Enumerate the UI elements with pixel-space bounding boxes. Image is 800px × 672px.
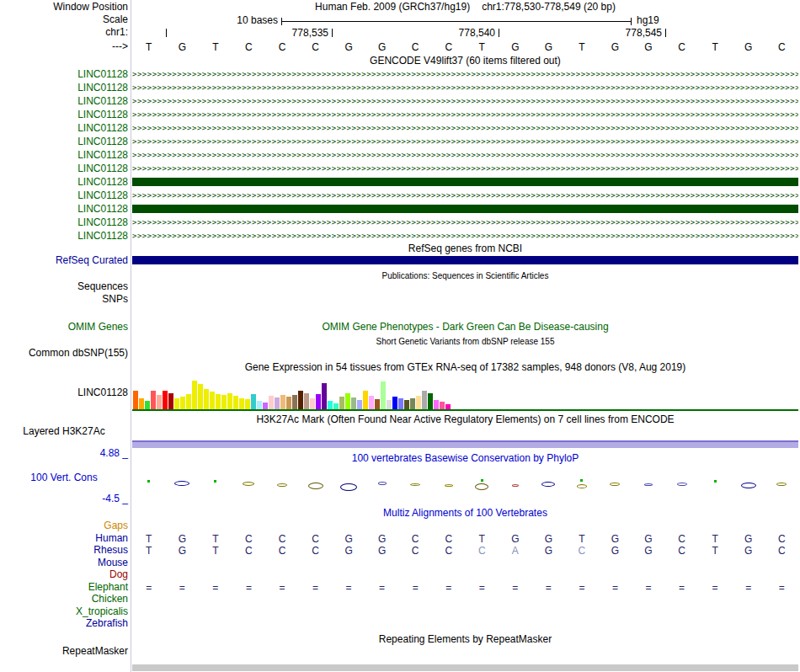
omim-title[interactable]: OMIM Gene Phenotypes - Dark Green Can Be… xyxy=(132,322,798,333)
publications-title[interactable]: Publications: Sequences in Scientific Ar… xyxy=(132,270,798,281)
gtex-bar[interactable] xyxy=(269,396,274,409)
conservation-label[interactable]: 100 Vert. Cons xyxy=(0,472,128,483)
gtex-bar[interactable] xyxy=(310,398,315,409)
gtex-bar[interactable] xyxy=(440,402,445,409)
gtex-bar[interactable] xyxy=(375,399,380,409)
gtex-bar[interactable] xyxy=(363,391,368,409)
species-label-human[interactable]: Human xyxy=(0,533,128,544)
gtex-bar[interactable] xyxy=(416,396,421,409)
gencode-item-label[interactable]: LINC01128 xyxy=(0,190,128,201)
gtex-bar[interactable] xyxy=(145,401,150,409)
repeatmasker-label[interactable]: RepeatMasker xyxy=(0,646,128,657)
gtex-bar[interactable] xyxy=(333,403,339,409)
omim-genes-label[interactable]: OMIM Genes xyxy=(0,322,128,333)
repeatmasker-track[interactable] xyxy=(132,664,798,671)
gtex-bar[interactable] xyxy=(369,396,374,409)
h3k27ac-track[interactable] xyxy=(132,440,798,448)
gtex-bar[interactable] xyxy=(280,395,285,409)
gencode-intron-arrows[interactable]: >>>>>>>>>>>>>>>>>>>>>>>>>>>>>>>>>>>>>>>>… xyxy=(132,229,798,243)
gencode-item-label[interactable]: LINC01128 xyxy=(0,136,128,147)
gencode-exon-bar[interactable] xyxy=(132,205,798,213)
gtex-bar[interactable] xyxy=(163,391,168,409)
gtex-bar[interactable] xyxy=(328,401,333,409)
gtex-bar[interactable] xyxy=(210,392,215,409)
gtex-bar[interactable] xyxy=(257,401,262,409)
gencode-item-label[interactable]: LINC01128 xyxy=(0,109,128,120)
gtex-bar[interactable] xyxy=(392,397,397,409)
gencode-intron-arrows[interactable]: >>>>>>>>>>>>>>>>>>>>>>>>>>>>>>>>>>>>>>>>… xyxy=(132,148,798,162)
refseq-curated-label[interactable]: RefSeq Curated xyxy=(0,255,128,266)
gencode-exon-bar[interactable] xyxy=(132,178,798,186)
species-label-dog[interactable]: Dog xyxy=(0,569,128,580)
species-label-gaps[interactable]: Gaps xyxy=(0,520,128,531)
species-label-chicken[interactable]: Chicken xyxy=(0,594,128,605)
gtex-gene-label[interactable]: LINC01128 xyxy=(0,387,128,398)
gencode-item-label[interactable]: LINC01128 xyxy=(0,177,128,188)
gtex-bar[interactable] xyxy=(263,403,268,409)
species-label-mouse[interactable]: Mouse xyxy=(0,557,128,568)
gencode-item-label[interactable]: LINC01128 xyxy=(0,217,128,228)
gencode-intron-arrows[interactable]: >>>>>>>>>>>>>>>>>>>>>>>>>>>>>>>>>>>>>>>>… xyxy=(132,94,798,108)
gencode-item-label[interactable]: LINC01128 xyxy=(0,96,128,107)
conservation-title[interactable]: 100 vertebrates Basewise Conservation by… xyxy=(132,453,798,464)
multiz-title[interactable]: Multiz Alignments of 100 Vertebrates xyxy=(132,508,798,519)
gencode-item-label[interactable]: LINC01128 xyxy=(0,163,128,174)
h3k27ac-title[interactable]: H3K27Ac Mark (Often Found Near Active Re… xyxy=(132,414,798,425)
gtex-bar[interactable] xyxy=(381,381,386,409)
gencode-item-label[interactable]: LINC01128 xyxy=(0,204,128,215)
gtex-bar[interactable] xyxy=(292,395,297,409)
sequences-label[interactable]: Sequences xyxy=(0,281,128,292)
gtex-bar[interactable] xyxy=(298,391,303,409)
gencode-intron-arrows[interactable]: >>>>>>>>>>>>>>>>>>>>>>>>>>>>>>>>>>>>>>>>… xyxy=(132,216,798,229)
gtex-bar[interactable] xyxy=(239,398,244,409)
gtex-bar[interactable] xyxy=(168,393,173,409)
gtex-bar[interactable] xyxy=(151,391,156,409)
species-label-rhesus[interactable]: Rhesus xyxy=(0,545,128,556)
gtex-bar[interactable] xyxy=(157,395,162,409)
gtex-bar[interactable] xyxy=(216,394,221,409)
gtex-bar[interactable] xyxy=(410,398,415,409)
gtex-bar[interactable] xyxy=(345,393,350,409)
gtex-bar[interactable] xyxy=(198,384,203,409)
gencode-item-label[interactable]: LINC01128 xyxy=(0,83,128,93)
gtex-bar[interactable] xyxy=(139,398,144,409)
gtex-bar[interactable] xyxy=(404,400,409,409)
gtex-bar[interactable] xyxy=(304,393,309,409)
gtex-bar[interactable] xyxy=(133,391,138,409)
gtex-bar[interactable] xyxy=(192,381,197,409)
gtex-bar[interactable] xyxy=(428,393,433,409)
gtex-bar[interactable] xyxy=(275,397,280,409)
gtex-bar[interactable] xyxy=(322,383,327,409)
gtex-title[interactable]: Gene Expression in 54 tissues from GTEx … xyxy=(132,362,798,373)
gencode-item-label[interactable]: LINC01128 xyxy=(0,123,128,134)
gtex-bar[interactable] xyxy=(186,394,191,409)
gencode-intron-arrows[interactable]: >>>>>>>>>>>>>>>>>>>>>>>>>>>>>>>>>>>>>>>>… xyxy=(132,135,798,148)
h3k27ac-label[interactable]: Layered H3K27Ac xyxy=(0,426,128,437)
gtex-bar[interactable] xyxy=(286,397,291,409)
species-label-x_tropicalis[interactable]: X_tropicalis xyxy=(0,606,128,617)
gtex-bar[interactable] xyxy=(351,397,356,409)
snps-label[interactable]: SNPs xyxy=(0,294,128,305)
gtex-bar[interactable] xyxy=(174,398,179,409)
gencode-intron-arrows[interactable]: >>>>>>>>>>>>>>>>>>>>>>>>>>>>>>>>>>>>>>>>… xyxy=(132,81,798,94)
gencode-intron-arrows[interactable]: >>>>>>>>>>>>>>>>>>>>>>>>>>>>>>>>>>>>>>>>… xyxy=(132,108,798,121)
gtex-bar[interactable] xyxy=(204,389,209,409)
gencode-item-label[interactable]: LINC01128 xyxy=(0,231,128,242)
gtex-bar[interactable] xyxy=(221,395,227,409)
gtex-bar[interactable] xyxy=(434,400,439,409)
gencode-item-label[interactable]: LINC01128 xyxy=(0,150,128,161)
refseq-curated-track[interactable] xyxy=(132,256,798,264)
gtex-bar[interactable] xyxy=(233,396,238,409)
gencode-title[interactable]: GENCODE V49lift37 (60 items filtered out… xyxy=(132,56,798,67)
gencode-intron-arrows[interactable]: >>>>>>>>>>>>>>>>>>>>>>>>>>>>>>>>>>>>>>>>… xyxy=(132,162,798,175)
gencode-intron-arrows[interactable]: >>>>>>>>>>>>>>>>>>>>>>>>>>>>>>>>>>>>>>>>… xyxy=(132,121,798,135)
species-label-elephant[interactable]: Elephant xyxy=(0,582,128,593)
gencode-intron-arrows[interactable]: >>>>>>>>>>>>>>>>>>>>>>>>>>>>>>>>>>>>>>>>… xyxy=(132,67,798,81)
refseq-title[interactable]: RefSeq genes from NCBI xyxy=(132,243,798,254)
dbsnp-title[interactable]: Short Genetic Variants from dbSNP releas… xyxy=(132,336,798,347)
gencode-intron-arrows[interactable]: >>>>>>>>>>>>>>>>>>>>>>>>>>>>>>>>>>>>>>>>… xyxy=(132,189,798,202)
gtex-bar[interactable] xyxy=(245,399,250,409)
gtex-bar[interactable] xyxy=(316,394,321,409)
gtex-bar[interactable] xyxy=(251,394,256,409)
common-dbsnp-label[interactable]: Common dbSNP(155) xyxy=(0,348,128,359)
